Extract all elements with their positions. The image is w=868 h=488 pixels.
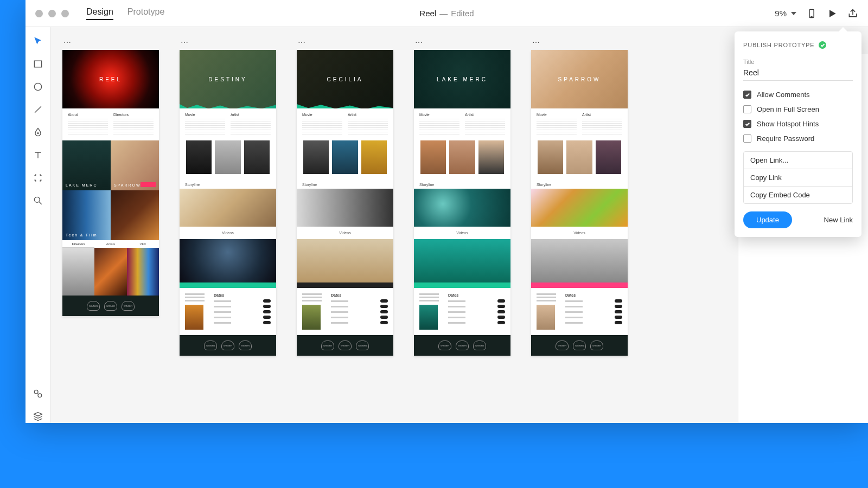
svg-line-4 xyxy=(35,106,41,113)
hero-title: LAKE MERC xyxy=(437,76,488,82)
layers-panel-icon[interactable] xyxy=(31,410,44,423)
svg-point-8 xyxy=(34,390,38,394)
section-label: Videos xyxy=(297,227,393,239)
svg-line-7 xyxy=(39,202,41,204)
checkbox-icon xyxy=(743,105,751,113)
col-heading: Movie xyxy=(185,113,225,117)
rectangle-tool-icon[interactable] xyxy=(31,57,44,70)
zoom-value: 9% xyxy=(775,9,787,18)
award-badge: WINNER xyxy=(573,341,586,350)
header-right: 9% xyxy=(775,8,858,19)
checkbox-checked-icon xyxy=(743,120,751,128)
col-heading: Movie xyxy=(537,113,577,117)
checkbox-icon xyxy=(743,134,751,143)
svg-point-6 xyxy=(34,197,40,202)
update-button[interactable]: Update xyxy=(743,211,792,228)
tab-design[interactable]: Design xyxy=(86,7,113,20)
svg-point-3 xyxy=(34,83,41,90)
award-badge: WINNER xyxy=(87,301,100,311)
section-label: Videos xyxy=(414,227,510,239)
award-badge: WINNER xyxy=(204,341,217,350)
hotspot-hints-checkbox[interactable]: Show Hotspot Hints xyxy=(743,120,853,128)
tool-column xyxy=(25,27,50,423)
allow-comments-checkbox[interactable]: Allow Comments xyxy=(743,91,853,99)
app-window: Design Prototype Reel — Edited 9% xyxy=(25,0,868,423)
artboard-tool-icon[interactable] xyxy=(31,171,44,184)
svg-rect-2 xyxy=(34,61,41,67)
artboard-handle-icon[interactable]: ⋯ xyxy=(414,37,510,50)
ellipse-tool-icon[interactable] xyxy=(31,80,44,93)
award-badge: WINNER xyxy=(590,341,603,350)
section-label: Storyline xyxy=(180,179,276,189)
section-label: Storyline xyxy=(297,179,393,189)
doc-name: Reel xyxy=(419,9,436,18)
text-tool-icon[interactable] xyxy=(31,149,44,162)
award-badge: WINNER xyxy=(339,341,352,350)
artboard-reel[interactable]: ⋯ REEL About Directors LAKE MERC SPARROW… xyxy=(62,37,159,356)
fullscreen-checkbox[interactable]: Open in Full Screen xyxy=(743,105,853,113)
tile-label: LAKE MERC xyxy=(66,183,97,187)
artboard-handle-icon[interactable]: ⋯ xyxy=(531,37,628,50)
award-badge: WINNER xyxy=(221,341,234,350)
svg-point-9 xyxy=(38,394,42,397)
section-label: Storyline xyxy=(531,179,628,189)
subtab: Artists xyxy=(94,240,126,248)
device-preview-icon[interactable] xyxy=(806,8,817,19)
pen-tool-icon[interactable] xyxy=(31,126,44,139)
titlebar: Design Prototype Reel — Edited 9% xyxy=(25,0,868,27)
zoom-tool-icon[interactable] xyxy=(31,194,44,207)
open-link-button[interactable]: Open Link... xyxy=(744,152,852,169)
artboard-lakemerc[interactable]: ⋯ LAKE MERC MovieArtist Storyline Videos… xyxy=(414,37,510,356)
chevron-down-icon xyxy=(791,12,796,15)
section-label: Storyline xyxy=(414,179,510,189)
title-input[interactable] xyxy=(743,67,853,81)
tile-label: SPARROW xyxy=(114,183,141,187)
col-heading: Artist xyxy=(465,113,505,117)
award-badge: WINNER xyxy=(321,341,334,350)
award-badge: WINNER xyxy=(239,341,252,350)
award-badge: WINNER xyxy=(122,301,135,311)
minimize-window-icon[interactable] xyxy=(48,10,56,17)
artboard-destiny[interactable]: ⋯ DESTINY MovieArtist Storyline Videos D… xyxy=(180,37,276,356)
hero-title: SPARROW xyxy=(558,76,601,82)
close-window-icon[interactable] xyxy=(35,10,43,17)
section-label: Videos xyxy=(180,227,276,239)
dates-heading: Dates xyxy=(331,293,388,297)
doc-status: Edited xyxy=(451,9,474,18)
subtab: VFX xyxy=(127,240,159,248)
maximize-window-icon[interactable] xyxy=(61,10,69,17)
award-badge: WINNER xyxy=(104,301,117,311)
tile-label: Tech & Film xyxy=(66,233,98,237)
subtab: Directors xyxy=(62,240,94,248)
new-link-button[interactable]: New Link xyxy=(824,216,853,224)
dates-heading: Dates xyxy=(448,293,505,297)
col-heading: Movie xyxy=(419,113,459,117)
title-label: Title xyxy=(743,59,853,65)
col-heading: Artist xyxy=(582,113,622,117)
zoom-dropdown[interactable]: 9% xyxy=(775,9,796,18)
dates-heading: Dates xyxy=(565,293,622,297)
hero-title: DESTINY xyxy=(208,76,247,82)
hero-title: REEL xyxy=(99,76,122,82)
artboard-cecilia[interactable]: ⋯ CECILIA MovieArtist Storyline Videos D… xyxy=(297,37,393,356)
require-password-checkbox[interactable]: Require Password xyxy=(743,134,853,143)
share-icon[interactable] xyxy=(847,8,858,19)
svg-point-5 xyxy=(37,133,39,134)
popover-heading: PUBLISH PROTOTYPE xyxy=(743,41,853,49)
mode-tabs: Design Prototype xyxy=(86,7,164,20)
check-circle-icon xyxy=(819,41,826,49)
artboard-handle-icon[interactable]: ⋯ xyxy=(297,37,393,50)
line-tool-icon[interactable] xyxy=(31,103,44,116)
col-heading: Movie xyxy=(302,113,342,117)
award-badge: WINNER xyxy=(438,341,451,350)
play-icon[interactable] xyxy=(827,8,838,19)
copy-embed-button[interactable]: Copy Embed Code xyxy=(744,187,852,203)
tab-prototype[interactable]: Prototype xyxy=(127,7,164,20)
artboard-sparrow[interactable]: ⋯ SPARROW MovieArtist Storyline Videos D… xyxy=(531,37,628,356)
window-controls xyxy=(35,10,69,17)
select-tool-icon[interactable] xyxy=(31,35,44,48)
artboard-handle-icon[interactable]: ⋯ xyxy=(62,37,159,50)
assets-panel-icon[interactable] xyxy=(31,387,44,400)
copy-link-button[interactable]: Copy Link xyxy=(744,169,852,187)
artboard-handle-icon[interactable]: ⋯ xyxy=(180,37,276,50)
